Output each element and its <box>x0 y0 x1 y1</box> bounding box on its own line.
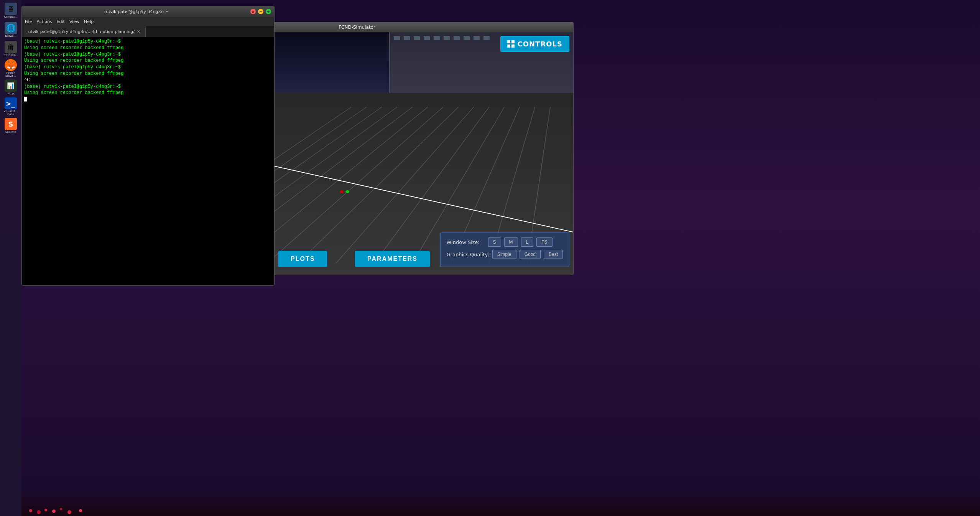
svg-line-6 <box>267 107 443 263</box>
flower-3 <box>44 509 47 511</box>
flower-bed <box>21 497 980 516</box>
flower-7 <box>79 509 82 512</box>
terminal-tab[interactable]: rutvik-patel@g1p5y-d4ng3r:/...3d-motion-… <box>22 26 146 37</box>
taskbar-icon-trash[interactable]: 🗑 Trash (En... <box>2 40 20 58</box>
window-size-row: Window Size: S M L FS <box>447 237 563 247</box>
taskbar-icon-vscode[interactable]: >_ Visual St... Code <box>2 97 20 116</box>
graphics-quality-row: Graphics Quality: Simple Good Best <box>447 250 563 259</box>
graphics-quality-label: Graphics Quality: <box>447 252 489 257</box>
window-size-label: Window Size: <box>447 239 485 245</box>
taskbar-icon-network[interactable]: 🌐 Netwo... <box>2 21 20 39</box>
taskbar-trash-label: Trash (En... <box>3 54 18 57</box>
taskbar-htop-label: Htop <box>8 92 14 96</box>
flower-6 <box>67 510 71 514</box>
taskbar-icon-htop[interactable]: 📊 Htop <box>2 78 20 97</box>
controls-icon-sq4 <box>511 45 515 48</box>
terminal-tab-label: rutvik-patel@g1p5y-d4ng3r:/...3d-motion-… <box>26 29 135 34</box>
terminal-content[interactable]: (base) rutvik-patel@g1p5y-d4ng3r:~$ Usin… <box>22 37 274 285</box>
taskbar-left: 🖥 Comput... 🌐 Netwo... 🗑 Trash (En... 🦊 … <box>0 0 21 516</box>
terminal-close-button[interactable]: × <box>250 9 256 14</box>
svg-line-7 <box>298 107 458 263</box>
controls-button[interactable]: CONTROLS <box>500 36 569 52</box>
terminal-menu-actions[interactable]: Actions <box>36 19 52 24</box>
flower-2 <box>37 510 41 514</box>
terminal-menu-edit[interactable]: Edit <box>57 19 65 24</box>
flower-decoration <box>21 489 980 516</box>
taskbar-icon-firefox[interactable]: 🦊 Firefox Brows... <box>2 59 20 77</box>
taskbar-firefox-label: Firefox Brows... <box>2 72 20 77</box>
taskbar-icon-computer[interactable]: 🖥 Comput... <box>2 2 20 20</box>
terminal-tab-bar: rutvik-patel@g1p5y-d4ng3r:/...3d-motion-… <box>22 26 274 37</box>
flower-4 <box>52 509 56 513</box>
flower-5 <box>60 508 62 510</box>
size-l-button[interactable]: L <box>521 237 534 247</box>
size-fs-button[interactable]: FS <box>536 237 552 247</box>
terminal-menu-help[interactable]: Help <box>84 19 94 24</box>
taskbar-vscode-label: Visual St... Code <box>2 110 20 116</box>
controls-icon <box>507 40 515 48</box>
flower-1 <box>29 509 32 512</box>
plots-button[interactable]: PLOTS <box>278 251 327 267</box>
controls-icon-sq2 <box>511 40 515 43</box>
taskbar-network-label: Netwo... <box>5 35 16 38</box>
size-s-button[interactable]: S <box>488 237 501 247</box>
controls-icon-sq1 <box>507 40 510 43</box>
controls-icon-sq3 <box>507 45 510 48</box>
svg-point-16 <box>340 190 344 193</box>
terminal-titlebar: rutvik-patel@g1p5y-d4ng3r: ~ × − + <box>22 6 274 17</box>
terminal-title: rutvik-patel@g1p5y-d4ng3r: ~ <box>25 9 248 14</box>
terminal-maximize-button[interactable]: + <box>266 9 271 14</box>
taskbar-computer-label: Comput... <box>4 16 17 19</box>
size-m-button[interactable]: M <box>504 237 518 247</box>
terminal-tab-close[interactable]: × <box>137 29 141 34</box>
svg-point-17 <box>345 190 349 193</box>
terminal-menubar: File Actions Edit View Help <box>22 17 274 26</box>
terminal-minimize-button[interactable]: − <box>258 9 263 14</box>
settings-panel: Window Size: S M L FS Graphics Quality: … <box>440 232 570 267</box>
taskbar-icon-sublime[interactable]: S Sublime <box>2 117 20 135</box>
quality-simple-button[interactable]: Simple <box>492 250 516 259</box>
parameters-button[interactable]: PARAMETERS <box>355 251 430 267</box>
quality-best-button[interactable]: Best <box>544 250 563 259</box>
terminal-window: rutvik-patel@g1p5y-d4ng3r: ~ × − + File … <box>21 6 275 286</box>
quality-good-button[interactable]: Good <box>520 250 541 259</box>
taskbar-sublime-label: Sublime <box>5 131 16 134</box>
controls-label: CONTROLS <box>518 40 562 48</box>
terminal-menu-file[interactable]: File <box>25 19 32 24</box>
terminal-menu-view[interactable]: View <box>69 19 79 24</box>
